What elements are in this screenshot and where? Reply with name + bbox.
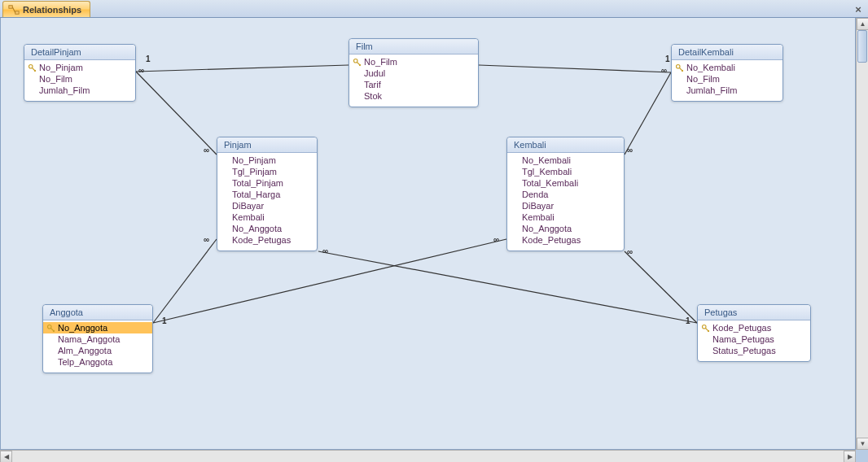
field-label: No_Anggota xyxy=(58,323,107,333)
field-label: Kode_Petugas xyxy=(712,323,771,333)
field-label: Kembali xyxy=(522,212,555,222)
field-label: No_Anggota xyxy=(522,224,572,233)
horizontal-scrollbar[interactable]: ◀ ▶ xyxy=(0,450,856,462)
field-row[interactable]: Telp_Anggota xyxy=(43,356,152,368)
field-label: Kode_Petugas xyxy=(522,235,581,245)
card-many: ∞ xyxy=(626,146,633,155)
field-row[interactable]: DiBayar xyxy=(507,200,624,211)
field-label: No_Film xyxy=(364,57,397,67)
svg-line-8 xyxy=(153,239,506,323)
table-kembali[interactable]: Kembali No_KembaliTgl_KembaliTotal_Kemba… xyxy=(506,137,625,251)
svg-rect-0 xyxy=(9,5,12,8)
table-title[interactable]: DetailPinjam xyxy=(24,45,135,60)
relationships-canvas[interactable]: 1 ∞ 1 ∞ 1 ∞ 1 ∞ 1 ∞ ∞ 1 ∞ ∞ DetailPinjam… xyxy=(1,18,855,449)
field-row[interactable]: No_Pinjam xyxy=(24,62,135,73)
card-one: 1 xyxy=(664,55,671,63)
field-row[interactable]: No_Film xyxy=(24,73,135,85)
card-many: ∞ xyxy=(660,67,668,75)
field-label: No_Kembali xyxy=(522,155,571,165)
field-row[interactable]: Kembali xyxy=(507,211,624,223)
field-row[interactable]: Tgl_Kembali xyxy=(507,166,624,177)
table-detailpinjam[interactable]: DetailPinjam No_PinjamNo_FilmJumlah_Film xyxy=(24,44,136,102)
field-label: DiBayar xyxy=(232,201,264,211)
field-row[interactable]: No_Kembali xyxy=(507,155,624,166)
vertical-scrollbar[interactable]: ▲ ▼ xyxy=(856,18,868,450)
field-row[interactable]: No_Film xyxy=(672,73,783,85)
field-label: Kode_Petugas xyxy=(232,235,291,245)
table-title[interactable]: Film xyxy=(349,39,478,54)
tab-relationships[interactable]: Relationships xyxy=(2,1,90,17)
scroll-right-button[interactable]: ▶ xyxy=(844,451,856,462)
svg-line-3 xyxy=(136,65,349,72)
field-label: Total_Pinjam xyxy=(232,178,283,188)
close-button[interactable]: × xyxy=(852,2,865,15)
scroll-up-button[interactable]: ▲ xyxy=(857,18,868,30)
field-label: Nama_Petugas xyxy=(712,334,774,344)
field-row[interactable]: Denda xyxy=(507,189,624,200)
table-petugas[interactable]: Petugas Kode_PetugasNama_PetugasStatus_P… xyxy=(697,304,811,362)
field-row[interactable]: Jumlah_Film xyxy=(24,85,135,96)
field-row[interactable]: Nama_Petugas xyxy=(698,333,810,345)
field-row[interactable]: Tarif xyxy=(349,79,478,90)
field-row[interactable]: Judul xyxy=(349,68,478,79)
primary-key-icon xyxy=(675,63,685,73)
field-row[interactable]: Kode_Petugas xyxy=(217,234,317,246)
table-detailkembali[interactable]: DetailKembali No_KembaliNo_FilmJumlah_Fi… xyxy=(671,44,783,102)
field-label: Tarif xyxy=(364,80,381,89)
card-many: ∞ xyxy=(203,146,210,155)
field-list: No_AnggotaNama_AnggotaAlm_AnggotaTelp_An… xyxy=(43,320,152,373)
table-pinjam[interactable]: Pinjam No_PinjamTgl_PinjamTotal_PinjamTo… xyxy=(217,137,318,251)
table-title[interactable]: Anggota xyxy=(43,305,152,320)
field-label: Tgl_Pinjam xyxy=(232,167,277,177)
field-row[interactable]: Kode_Petugas xyxy=(507,234,624,246)
field-list: No_PinjamTgl_PinjamTotal_PinjamTotal_Har… xyxy=(217,153,317,251)
field-row[interactable]: No_Pinjam xyxy=(217,155,317,166)
field-row[interactable]: No_Anggota xyxy=(217,223,317,234)
field-label: DiBayar xyxy=(522,201,554,211)
field-row[interactable]: Nama_Anggota xyxy=(43,333,152,345)
svg-line-10 xyxy=(625,251,697,323)
svg-line-6 xyxy=(625,72,671,155)
field-row[interactable]: No_Anggota xyxy=(43,322,152,333)
field-label: No_Pinjam xyxy=(39,63,83,72)
canvas-wrap: 1 ∞ 1 ∞ 1 ∞ 1 ∞ 1 ∞ ∞ 1 ∞ ∞ DetailPinjam… xyxy=(0,18,856,450)
field-row[interactable]: No_Anggota xyxy=(507,223,624,234)
field-row[interactable]: Kode_Petugas xyxy=(698,322,810,333)
card-one: 1 xyxy=(685,317,691,325)
card-many: ∞ xyxy=(138,67,145,75)
field-row[interactable]: No_Film xyxy=(349,56,478,68)
field-list: Kode_PetugasNama_PetugasStatus_Petugas xyxy=(698,320,810,361)
table-title[interactable]: Petugas xyxy=(698,305,810,320)
scroll-track[interactable] xyxy=(12,451,844,462)
field-label: Kembali xyxy=(232,212,265,222)
field-row[interactable]: Tgl_Pinjam xyxy=(217,166,317,177)
field-label: Jumlah_Film xyxy=(686,85,737,95)
table-film[interactable]: Film No_FilmJudulTarifStok xyxy=(349,38,479,107)
svg-line-7 xyxy=(153,239,217,323)
field-row[interactable]: No_Kembali xyxy=(672,62,783,73)
table-anggota[interactable]: Anggota No_AnggotaNama_AnggotaAlm_Anggot… xyxy=(42,304,153,373)
field-label: Telp_Anggota xyxy=(58,357,112,367)
field-list: No_PinjamNo_FilmJumlah_Film xyxy=(24,60,135,101)
field-label: No_Film xyxy=(39,74,72,84)
field-row[interactable]: Stok xyxy=(349,90,478,102)
scroll-down-button[interactable]: ▼ xyxy=(857,438,868,450)
field-row[interactable]: Alm_Anggota xyxy=(43,345,152,356)
field-row[interactable]: DiBayar xyxy=(217,200,317,211)
card-many: ∞ xyxy=(203,236,210,244)
table-title[interactable]: Kembali xyxy=(507,137,624,153)
field-row[interactable]: Jumlah_Film xyxy=(672,85,783,96)
field-row[interactable]: Status_Petugas xyxy=(698,345,810,356)
primary-key-icon xyxy=(701,324,711,333)
scroll-left-button[interactable]: ◀ xyxy=(0,451,12,462)
field-row[interactable]: Total_Pinjam xyxy=(217,177,317,189)
field-label: No_Pinjam xyxy=(232,155,276,165)
scroll-track[interactable] xyxy=(857,30,868,438)
table-title[interactable]: Pinjam xyxy=(217,137,317,153)
field-label: Alm_Anggota xyxy=(58,346,112,355)
table-title[interactable]: DetailKembali xyxy=(672,45,783,60)
field-row[interactable]: Total_Kembali xyxy=(507,177,624,189)
field-row[interactable]: Total_Harga xyxy=(217,189,317,200)
scroll-thumb[interactable] xyxy=(857,30,867,63)
field-row[interactable]: Kembali xyxy=(217,211,317,223)
